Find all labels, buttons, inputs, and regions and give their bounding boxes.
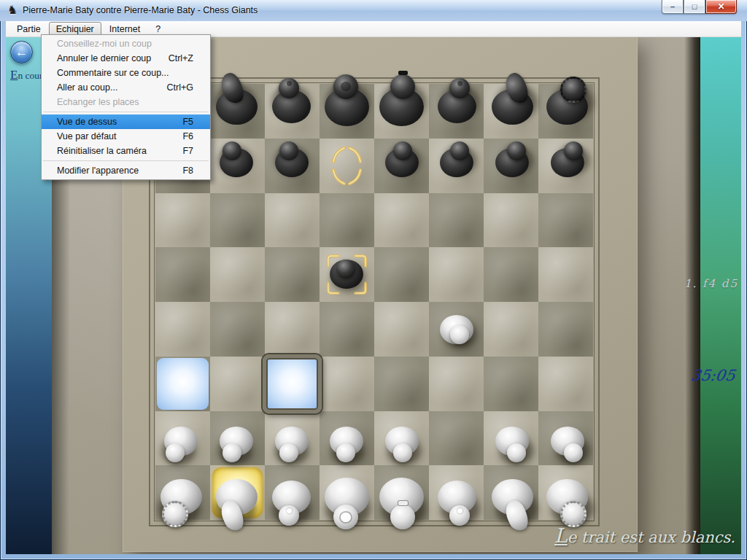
- board-square-d7[interactable]: [320, 139, 374, 193]
- file-label-g-top: [484, 49, 538, 69]
- board-square-g4[interactable]: [484, 302, 538, 357]
- menu-item-label: Aller au coup...: [57, 82, 117, 93]
- board-square-g5[interactable]: [484, 247, 538, 302]
- board-square-e5[interactable]: [374, 247, 429, 302]
- menu-item[interactable]: Commentaire sur ce coup...: [42, 66, 210, 80]
- menu-item-shortcut: F6: [182, 131, 193, 141]
- menu-item-label: Réinitialiser la caméra: [57, 146, 147, 156]
- piece-head: [279, 78, 299, 98]
- file-label-e-top: [374, 49, 429, 69]
- menu-item[interactable]: Vue de dessusF5: [42, 114, 210, 129]
- menu-item[interactable]: Aller au coup...Ctrl+G: [42, 80, 210, 95]
- board-square-h6[interactable]: [538, 193, 593, 248]
- file-label-c-bottom: [265, 524, 320, 545]
- piece-head: [336, 443, 355, 462]
- back-arrow-button[interactable]: ←: [10, 41, 33, 63]
- menu-separator: [43, 112, 209, 112]
- board-square-c6[interactable]: [265, 193, 320, 248]
- board-square-e3[interactable]: [374, 357, 429, 411]
- menu-item[interactable]: Annuler le dernier coupCtrl+Z: [42, 51, 210, 66]
- piece-head: [560, 77, 587, 103]
- file-label-g-bottom: [484, 524, 538, 545]
- file-label-f-top: [429, 49, 484, 69]
- file-label-h-top: [538, 49, 593, 69]
- piece-head: [393, 443, 412, 462]
- menu-item-shortcut: F8: [182, 166, 193, 176]
- board-square-c3[interactable]: [265, 357, 320, 411]
- board-square-f3[interactable]: [429, 357, 484, 411]
- menu-item-shortcut: F7: [182, 146, 193, 156]
- rank-label-4-right: [587, 319, 642, 339]
- rank-label-3-right: [587, 373, 642, 394]
- board-square-e6[interactable]: [374, 193, 429, 248]
- rank-label-2-right: [587, 428, 642, 448]
- piece-head: [449, 78, 470, 98]
- menu-item-label: Conseillez-moi un coup: [57, 39, 152, 49]
- minimize-button[interactable]: –: [662, 0, 684, 14]
- board-square-c4[interactable]: [265, 302, 320, 357]
- menu-item[interactable]: Vue par défautF6: [42, 129, 210, 144]
- rank-label-8-right: [587, 101, 642, 121]
- piece-head: [222, 141, 241, 160]
- board-square-d4[interactable]: [320, 302, 374, 357]
- piece-head: [450, 141, 469, 160]
- board-square-b3[interactable]: [210, 357, 265, 411]
- file-label-d-top: [320, 49, 374, 69]
- menu-item-label: Commentaire sur ce coup...: [57, 68, 169, 78]
- menu-item[interactable]: Modifier l'apparenceF8: [42, 163, 210, 178]
- piece-head: [564, 141, 583, 160]
- board-square-h5[interactable]: [538, 247, 593, 302]
- board-square-e4[interactable]: [374, 302, 429, 357]
- table-edge-right: [684, 37, 700, 554]
- menu-item-shortcut: Ctrl+G: [167, 82, 193, 93]
- piece-head: [222, 443, 241, 462]
- game-clock: 35:05: [690, 367, 737, 384]
- board-square-b6[interactable]: [210, 193, 265, 248]
- piece-head: [450, 325, 469, 344]
- board-square-g6[interactable]: [484, 193, 538, 248]
- board-square-g3[interactable]: [484, 357, 538, 411]
- board-square-f2[interactable]: [429, 411, 484, 466]
- rank-label-5-left: [111, 265, 166, 285]
- rank-label-3-left: [111, 373, 166, 394]
- close-button[interactable]: ✕: [705, 0, 737, 14]
- file-label-c-top: [265, 49, 320, 69]
- menu-item[interactable]: Réinitialiser la caméraF7: [42, 144, 210, 158]
- maximize-button[interactable]: □: [684, 0, 705, 14]
- board-square-h4[interactable]: [538, 302, 593, 357]
- rank-label-1-left: [111, 483, 166, 503]
- menu-item[interactable]: Conseillez-moi un coup: [42, 36, 210, 51]
- file-label-f-bottom: [429, 524, 484, 545]
- rank-label-6-left: [111, 210, 166, 230]
- menu-item-label: Echanger les places: [57, 97, 139, 107]
- menu-item-shortcut: F5: [182, 117, 193, 127]
- title-bar[interactable]: ♞ Pierre-Marie Baty contre Pierre-Marie …: [0, 0, 747, 21]
- menu-item-label: Annuler le dernier coup: [57, 53, 151, 63]
- board-square-f5[interactable]: [429, 247, 484, 302]
- board-square-b4[interactable]: [210, 302, 265, 357]
- board-square-d6[interactable]: [320, 193, 374, 248]
- app-window: ♞ Pierre-Marie Baty contre Pierre-Marie …: [0, 0, 747, 560]
- menu-item[interactable]: Echanger les places: [42, 95, 210, 109]
- piece-head: [393, 141, 412, 160]
- rank-label-4-left: [111, 319, 166, 339]
- piece-head: [564, 443, 583, 462]
- board-square-d3[interactable]: [320, 357, 374, 411]
- board-square-f6[interactable]: [429, 193, 484, 248]
- back-arrow-icon: ←: [15, 45, 28, 60]
- echiquier-dropdown-menu: Conseillez-moi un coupAnnuler le dernier…: [41, 34, 211, 180]
- board-square-h3[interactable]: [538, 357, 593, 411]
- board-square-c5[interactable]: [265, 247, 320, 302]
- piece-head: [333, 74, 358, 99]
- rank-label-2-left: [111, 428, 166, 448]
- move-list: 1. f4 d5: [684, 277, 738, 290]
- menu-item-label: Vue de dessus: [57, 117, 117, 127]
- piece-head: [390, 74, 415, 99]
- rank-label-6-right: [587, 210, 642, 230]
- menu-item-shortcut: Ctrl+Z: [169, 53, 193, 63]
- app-icon: ♞: [7, 4, 18, 17]
- piece-head: [507, 443, 526, 462]
- scene-background-right: [700, 37, 741, 554]
- board-square-b5[interactable]: [210, 247, 265, 302]
- piece-head: [507, 141, 526, 160]
